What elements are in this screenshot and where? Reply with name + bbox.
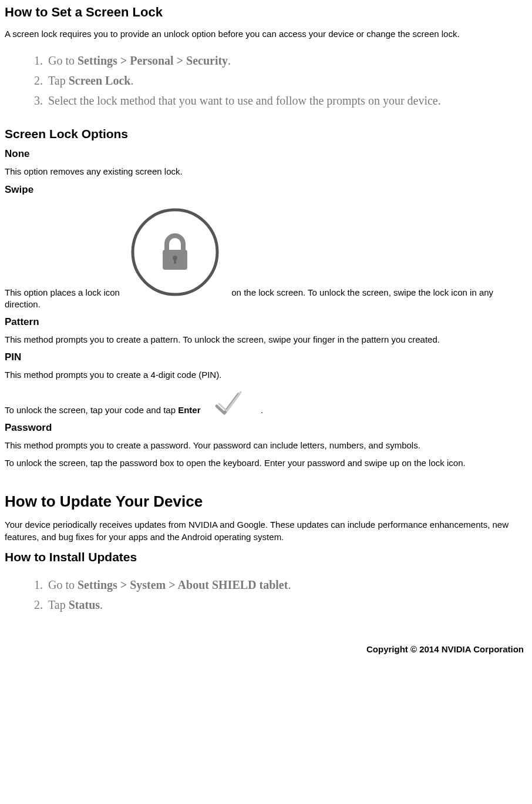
- step-text: Tap: [48, 598, 69, 611]
- pin-desc2-bold: Enter: [178, 405, 200, 415]
- step-item: Select the lock method that you want to …: [46, 91, 527, 110]
- option-pin-desc2: To unlock the screen, tap your code and …: [5, 387, 527, 416]
- steps-list-2: Go to Settings > System > About SHIELD t…: [5, 575, 527, 615]
- intro-paragraph: A screen lock requires you to provide an…: [5, 28, 527, 40]
- step-item: Tap Screen Lock.: [46, 71, 527, 91]
- step-bold: Screen Lock: [69, 74, 131, 87]
- step-text: Go to: [48, 578, 78, 591]
- option-swipe-heading: Swipe: [5, 184, 527, 196]
- copyright-footer: Copyright © 2014 NVIDIA Corporation: [5, 644, 527, 654]
- option-password-desc1: This method prompts you to create a pass…: [5, 440, 527, 451]
- step-bold: Settings > Personal > Security: [78, 54, 228, 67]
- step-text: Tap: [48, 74, 69, 87]
- option-none-heading: None: [5, 148, 527, 160]
- option-none-desc: This option removes any existing screen …: [5, 166, 527, 177]
- options-heading: Screen Lock Options: [5, 127, 527, 141]
- install-updates-heading: How to Install Updates: [5, 550, 527, 564]
- pin-desc2-pre: To unlock the screen, tap your code and …: [5, 405, 178, 415]
- step-bold: Status: [69, 598, 100, 611]
- pin-desc2-post: .: [261, 405, 263, 415]
- update-intro: Your device periodically receives update…: [5, 519, 527, 543]
- step-text: .: [228, 54, 231, 67]
- option-password-heading: Password: [5, 422, 527, 434]
- section-title-set-screen-lock: How to Set a Screen Lock: [5, 5, 527, 20]
- option-pin-heading: PIN: [5, 351, 527, 363]
- step-bold: Settings > System > About SHIELD tablet: [78, 578, 288, 591]
- step-item: Go to Settings > System > About SHIELD t…: [46, 575, 527, 595]
- option-pin-desc1: This method prompts you to create a 4-di…: [5, 369, 527, 381]
- step-text: .: [130, 74, 133, 87]
- step-item: Go to Settings > Personal > Security.: [46, 51, 527, 71]
- option-password-desc2: To unlock the screen, tap the password b…: [5, 457, 527, 469]
- step-text: Select the lock method that you want to …: [48, 94, 441, 107]
- option-pattern-desc: This method prompts you to create a patt…: [5, 334, 527, 346]
- step-text: Go to: [48, 54, 78, 67]
- checkmark-icon: [208, 391, 255, 420]
- lock-icon: [128, 205, 222, 302]
- option-swipe-desc: This option places a lock icon on the lo…: [5, 202, 527, 311]
- steps-list-1: Go to Settings > Personal > Security. Ta…: [5, 51, 527, 110]
- step-text: .: [288, 578, 291, 591]
- svg-rect-3: [174, 258, 176, 264]
- section-title-update-device: How to Update Your Device: [5, 493, 527, 511]
- step-text: .: [100, 598, 103, 611]
- step-item: Tap Status.: [46, 595, 527, 615]
- swipe-desc-pre: This option places a lock icon: [5, 287, 120, 297]
- option-pattern-heading: Pattern: [5, 316, 527, 328]
